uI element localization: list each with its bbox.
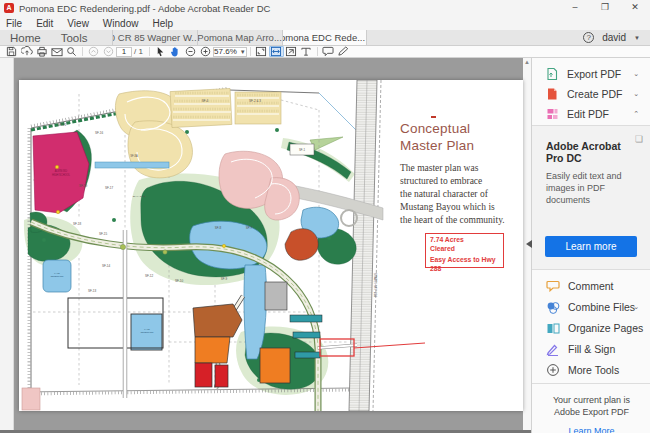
promo-title: Adobe Acrobat Pro DC	[546, 140, 639, 164]
tool-organize-pages[interactable]: Organize Pages ⌄	[532, 318, 650, 338]
chevron-down-icon: ⌄	[633, 90, 639, 98]
doc-tab-3-active[interactable]: Pomona EDC Rede... ×	[282, 30, 367, 45]
select-tool-icon[interactable]	[153, 46, 168, 57]
help-icon[interactable]: ?	[583, 32, 594, 43]
tab-tools[interactable]: Tools	[51, 30, 98, 45]
map-label: SF-16	[95, 131, 104, 135]
tool-export-pdf[interactable]: Export PDF ⌄	[532, 64, 650, 84]
tool-create-pdf[interactable]: Create PDF ⌄	[532, 84, 650, 104]
map-label: SF-4	[202, 99, 209, 103]
map-label: LAKE	[144, 328, 150, 330]
map-label: SF-15	[99, 232, 108, 236]
doc-tab-1[interactable]: 0 CR 85 Wagner W...	[112, 30, 197, 45]
acrobat-pro-promo: ❏ Adobe Acrobat Pro DC Easily edit text …	[532, 125, 650, 270]
map-label: SF-7	[246, 226, 253, 230]
chevron-down-icon: ⌄	[633, 70, 639, 78]
export-pdf-icon	[546, 67, 559, 81]
map-label: SF-17	[105, 186, 114, 190]
fit-page-icon[interactable]	[254, 46, 269, 57]
tools-panel: Export PDF ⌄ Create PDF ⌄ Edit PDF ⌃ ❏ A…	[531, 58, 650, 433]
chevron-up-icon: ⌃	[633, 110, 639, 118]
share-upload-icon[interactable]	[19, 46, 34, 57]
plan-description: The master plan wasstructured to embrace…	[400, 162, 512, 227]
map-label: DETENTION	[51, 275, 64, 277]
fullscreen-icon[interactable]	[284, 46, 299, 57]
map-label: SF-12	[145, 274, 154, 278]
user-menu[interactable]: david	[602, 32, 626, 43]
map-label: SF-21	[58, 123, 67, 127]
scroll-up-icon[interactable]: ▲	[523, 59, 531, 65]
menu-help[interactable]: Help	[152, 18, 173, 29]
zoom-in-icon[interactable]	[198, 46, 213, 57]
window-title: Pomona EDC Redendering.pdf - Adobe Acrob…	[19, 3, 270, 14]
tool-edit-pdf[interactable]: Edit PDF ⌃	[532, 104, 650, 124]
page-number-input[interactable]: 1	[116, 47, 132, 57]
tab-bar: Home Tools 0 CR 85 Wagner W... Pomona Ma…	[0, 30, 650, 46]
map-label: HIGH SCHOOL	[52, 173, 71, 177]
map-label: SF-1	[299, 148, 306, 152]
fit-width-icon[interactable]	[269, 46, 284, 57]
combine-files-icon	[546, 301, 560, 314]
acrobat-window: A Pomona EDC Redendering.pdf - Adobe Acr…	[0, 0, 650, 433]
close-button[interactable]: ✕	[620, 0, 650, 16]
map-label: SF-10	[175, 279, 184, 283]
more-tools-icon	[546, 363, 560, 377]
chevron-down-icon: ⌄	[633, 303, 639, 311]
pages-copy-icon: ❏	[635, 134, 643, 144]
title-bar: A Pomona EDC Redendering.pdf - Adobe Acr…	[0, 0, 650, 16]
zoom-level-dropdown[interactable]: 57.6% ▼	[213, 47, 247, 57]
map-label: SF-14	[102, 264, 111, 268]
edit-pdf-icon	[546, 107, 559, 121]
map-label: STATE HWY 288	[373, 273, 377, 297]
map-label: SF-19	[79, 184, 88, 188]
menu-bar: File Edit View Window Help	[0, 16, 650, 30]
acres-callout-box: 7.74 AcresClearedEasy Access to Hwy 288	[425, 233, 504, 268]
maximize-button[interactable]: ❐	[590, 0, 620, 16]
plan-footer: Your current plan is Adobe Export PDF Le…	[532, 383, 650, 433]
tab-home[interactable]: Home	[0, 30, 51, 45]
map-label: SF-9	[221, 277, 228, 281]
tool-fill-sign[interactable]: Fill & Sign	[532, 339, 650, 359]
map-label: SF-18	[73, 222, 82, 226]
promo-description: Easily edit text and images in PDF docum…	[546, 170, 639, 206]
next-page-icon[interactable]	[101, 46, 116, 57]
print-icon[interactable]	[34, 46, 49, 57]
zoom-out-icon[interactable]	[183, 46, 198, 57]
menu-edit[interactable]: Edit	[36, 18, 53, 29]
email-icon[interactable]	[49, 46, 64, 57]
organize-pages-icon	[546, 322, 560, 335]
menu-window[interactable]: Window	[103, 18, 139, 29]
tool-comment[interactable]: Comment	[532, 276, 650, 296]
map-label: LAKE	[54, 272, 60, 274]
pencil-tool-icon[interactable]	[336, 46, 351, 57]
map-label: SF-13	[88, 289, 97, 293]
tool-combine-files[interactable]: Combine Files ⌄	[532, 297, 650, 317]
save-icon[interactable]	[4, 46, 19, 57]
menu-file[interactable]: File	[6, 18, 22, 29]
previous-page-icon[interactable]	[86, 46, 101, 57]
fill-sign-icon	[546, 343, 560, 356]
pdf-page: SF-21SF-16SF-4SF-2 & 3SF-19SF-17SF-18SF-…	[19, 80, 523, 411]
toolbar: 1 / 1 57.6% ▼	[0, 46, 650, 58]
map-label: SF-8	[215, 226, 222, 230]
plan-learn-more-link[interactable]: Learn More	[540, 426, 643, 433]
doc-tab-2[interactable]: Pomona Map Arro...	[197, 30, 282, 45]
comment-icon	[546, 280, 560, 292]
learn-more-button[interactable]: Learn more	[545, 236, 637, 257]
tool-more-tools[interactable]: More Tools	[532, 360, 650, 380]
comment-bubble-icon[interactable]	[321, 46, 336, 57]
document-area: ▲	[14, 58, 531, 433]
map-label: SF-2 & 3	[249, 99, 261, 103]
map-label: ALVIN ISD	[55, 169, 67, 173]
logo-mark	[431, 116, 436, 118]
map-label: SF-8A	[130, 154, 138, 158]
current-plan-text: Your current plan is Adobe Export PDF	[540, 394, 643, 418]
create-pdf-icon	[546, 87, 559, 101]
plan-heading: Conceptual Master Plan	[400, 120, 520, 154]
hand-tool-icon[interactable]	[168, 46, 183, 57]
menu-view[interactable]: View	[67, 18, 89, 29]
reading-mode-icon[interactable]	[299, 46, 314, 57]
search-icon[interactable]	[64, 46, 79, 57]
minimize-button[interactable]: –	[560, 0, 590, 16]
navigation-pane-collapsed[interactable]	[0, 58, 14, 433]
